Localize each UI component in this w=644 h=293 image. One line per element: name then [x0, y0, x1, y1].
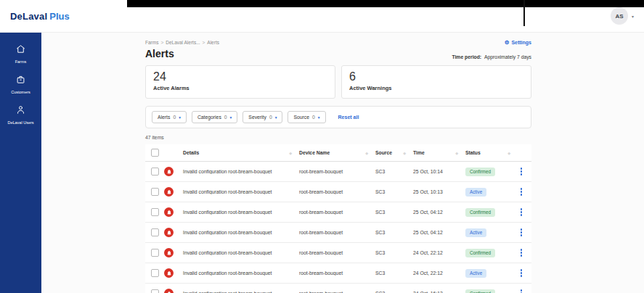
source-cell: SC3 — [375, 169, 413, 174]
time-cell: 25 Oct, 10:13 — [413, 189, 465, 194]
table-header-row: Details ◆ Device Name ◆ Source ◆ Time ◆ … — [145, 144, 531, 162]
column-header-device-name[interactable]: Device Name ◆ — [299, 150, 375, 155]
source-filter-dropdown[interactable]: Source 0 ▾ — [288, 111, 325, 123]
categories-filter-dropdown[interactable]: Categories 0 ▾ — [192, 111, 237, 123]
checkbox-cell — [145, 269, 164, 277]
table-row[interactable]: Invalid configuration root-bream-bouquet… — [145, 284, 531, 293]
alarm-bell-icon — [164, 167, 174, 176]
breadcrumb-item-delaval-alerts[interactable]: DeLaval Alerts... — [166, 40, 200, 45]
actions-cell — [518, 188, 531, 195]
row-checkbox[interactable] — [151, 249, 159, 257]
sidebar-item-label: DeLaval Users — [7, 120, 33, 125]
column-label: Details — [183, 150, 199, 155]
icon-cell — [164, 207, 183, 217]
status-cell: Confirmed — [465, 168, 518, 176]
row-menu-button[interactable] — [518, 289, 525, 293]
column-header-time[interactable]: Time ◆ — [413, 150, 465, 155]
row-menu-button[interactable] — [518, 228, 525, 236]
row-checkbox[interactable] — [151, 188, 159, 196]
source-cell: SC3 — [375, 271, 413, 276]
chevron-down-icon: ▾ — [230, 115, 232, 120]
row-checkbox[interactable] — [151, 168, 159, 176]
active-warnings-label: Active Warnings — [349, 85, 523, 91]
alarm-bell-icon — [164, 248, 174, 257]
icon-cell — [164, 228, 183, 237]
status-badge: Confirmed — [465, 208, 495, 217]
users-icon — [15, 104, 26, 118]
sort-icon: ◆ — [289, 151, 292, 155]
actions-cell — [518, 168, 531, 175]
actions-cell — [518, 289, 531, 293]
sort-icon: ◆ — [508, 151, 510, 155]
dropdown-label: Severity — [248, 115, 266, 120]
select-all-checkbox[interactable] — [151, 149, 159, 157]
row-checkbox[interactable] — [151, 289, 159, 293]
time-period-value: Approximately 7 days — [484, 54, 531, 59]
sidebar: Farms Customers DeLaval Users — [0, 33, 41, 293]
device-name-cell: root-bream-bouquet — [299, 189, 375, 194]
sidebar-item-delaval-users[interactable]: DeLaval Users — [0, 99, 41, 130]
time-cell: 24 Oct, 22:12 — [413, 271, 465, 276]
logo-primary-text: DeLaval — [10, 11, 47, 22]
sort-icon: ◆ — [455, 151, 458, 155]
checkbox-cell — [145, 228, 164, 236]
row-menu-button[interactable] — [518, 168, 525, 175]
time-cell: 25 Oct, 10:14 — [413, 169, 465, 174]
breadcrumb: Farms > DeLaval Alerts... > Alerts — [145, 40, 219, 45]
breadcrumb-separator: > — [160, 40, 163, 45]
alarm-bell-icon — [164, 289, 174, 293]
active-alarms-count: 24 — [153, 70, 327, 83]
sidebar-item-customers[interactable]: Customers — [0, 69, 41, 99]
icon-cell — [164, 167, 183, 176]
row-menu-button[interactable] — [518, 269, 525, 276]
severity-filter-dropdown[interactable]: Severity 0 ▾ — [242, 111, 282, 123]
table-row[interactable]: Invalid configuration root-bream-bouquet… — [145, 223, 531, 243]
row-menu-button[interactable] — [518, 249, 525, 256]
checkbox-cell — [145, 208, 164, 216]
row-checkbox[interactable] — [151, 228, 159, 236]
status-cell: Confirmed — [465, 289, 518, 293]
table-row[interactable]: Invalid configuration root-bream-bouquet… — [145, 202, 531, 223]
breadcrumb-item-farms[interactable]: Farms — [145, 40, 158, 45]
settings-link[interactable]: ⚙ Settings — [505, 39, 531, 46]
device-name-cell: root-bream-bouquet — [299, 210, 375, 215]
user-menu[interactable]: AS ▾ — [611, 7, 634, 25]
row-checkbox[interactable] — [151, 269, 159, 277]
actions-cell — [518, 269, 531, 276]
logo-secondary-text: Plus — [49, 11, 69, 22]
column-header-source[interactable]: Source ◆ — [375, 150, 413, 155]
sidebar-item-farms[interactable]: Farms — [0, 38, 41, 69]
column-label: Status — [465, 150, 481, 155]
icon-cell — [164, 248, 183, 257]
title-row: Alerts Time period: Approximately 7 days — [145, 48, 531, 59]
app-logo[interactable]: DeLaval Plus — [10, 11, 70, 22]
reset-all-button[interactable]: Reset all — [338, 115, 359, 120]
status-cell: Active — [465, 269, 518, 278]
alerts-filter-dropdown[interactable]: Alerts 0 ▾ — [152, 111, 187, 123]
row-menu-button[interactable] — [518, 188, 525, 195]
alarm-bell-icon — [164, 207, 174, 217]
time-period: Time period: Approximately 7 days — [452, 54, 531, 59]
details-cell: Invalid configuration root-bream-bouquet — [183, 210, 299, 215]
icon-cell — [164, 187, 183, 197]
row-checkbox[interactable] — [151, 208, 159, 216]
dropdown-label: Source — [293, 115, 309, 120]
time-cell: 25 Oct, 04:12 — [413, 210, 465, 215]
table-row[interactable]: Invalid configuration root-bream-bouquet… — [145, 182, 531, 202]
table-row[interactable]: Invalid configuration root-bream-bouquet… — [145, 243, 531, 263]
actions-cell — [518, 249, 531, 256]
avatar[interactable]: AS — [611, 7, 628, 25]
column-header-details[interactable]: Details ◆ — [183, 150, 299, 155]
checkbox-cell — [145, 289, 164, 293]
breadcrumb-item-alerts[interactable]: Alerts — [207, 40, 219, 45]
details-cell: Invalid configuration root-bream-bouquet — [183, 250, 299, 255]
row-menu-button[interactable] — [518, 208, 525, 215]
dropdown-label: Alerts — [158, 115, 170, 120]
column-header-status[interactable]: Status ◆ — [465, 150, 518, 155]
active-warnings-card: 6 Active Warnings — [341, 65, 531, 99]
table-row[interactable]: Invalid configuration root-bream-bouquet… — [145, 162, 531, 182]
status-badge: Active — [465, 269, 486, 278]
table-row[interactable]: Invalid configuration root-bream-bouquet… — [145, 263, 531, 284]
column-label: Time — [413, 150, 425, 155]
status-badge: Confirmed — [465, 289, 495, 293]
